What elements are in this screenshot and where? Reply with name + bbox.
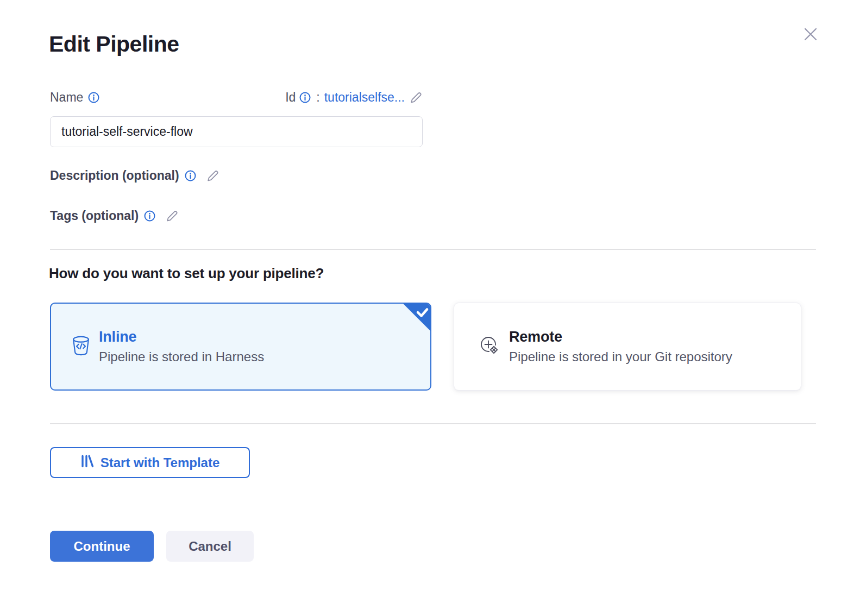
- page-title: Edit Pipeline: [49, 32, 179, 57]
- pipeline-name-input[interactable]: [50, 116, 423, 147]
- close-button[interactable]: [801, 25, 820, 45]
- storage-options: Inline Pipeline is stored in Harness: [50, 303, 801, 391]
- description-row: Description (optional): [50, 168, 219, 183]
- name-info-icon[interactable]: [88, 92, 99, 103]
- name-label: Name: [50, 90, 83, 105]
- remote-option-title: Remote: [509, 329, 732, 345]
- description-label: Description (optional): [50, 168, 179, 183]
- tags-row: Tags (optional): [50, 209, 179, 223]
- description-edit-pencil-icon[interactable]: [206, 169, 219, 183]
- divider: [50, 249, 816, 250]
- tags-info-icon[interactable]: [144, 210, 155, 222]
- tags-label: Tags (optional): [50, 209, 139, 223]
- inline-store-icon: [72, 336, 90, 358]
- continue-button[interactable]: Continue: [50, 531, 154, 562]
- tags-edit-pencil-icon[interactable]: [165, 209, 179, 223]
- divider: [50, 423, 816, 424]
- id-value-link[interactable]: tutorialselfse...: [324, 90, 405, 105]
- name-label-group: Name: [50, 90, 99, 105]
- setup-question: How do you want to set up your pipeline?: [49, 265, 324, 282]
- option-card-remote[interactable]: Remote Pipeline is stored in your Git re…: [454, 303, 801, 391]
- id-label: Id: [285, 90, 296, 105]
- name-id-row: Name Id : tutorialselfse...: [50, 90, 423, 105]
- template-library-icon: [80, 455, 94, 471]
- remote-option-subtitle: Pipeline is stored in your Git repositor…: [509, 349, 732, 364]
- cancel-button[interactable]: Cancel: [166, 531, 254, 562]
- option-card-inline[interactable]: Inline Pipeline is stored in Harness: [50, 303, 431, 391]
- id-info-icon[interactable]: [299, 92, 311, 103]
- id-group: Id : tutorialselfse...: [285, 90, 423, 105]
- id-edit-pencil-icon[interactable]: [409, 91, 423, 104]
- tags-label-group: Tags (optional): [50, 209, 155, 223]
- footer-actions: Continue Cancel: [50, 531, 254, 562]
- remote-git-icon: [479, 335, 500, 358]
- inline-option-subtitle: Pipeline is stored in Harness: [99, 349, 264, 364]
- start-with-template-button[interactable]: Start with Template: [50, 447, 250, 478]
- id-label-group: Id: [285, 90, 311, 105]
- start-with-template-label: Start with Template: [101, 455, 220, 470]
- description-label-group: Description (optional): [50, 168, 196, 183]
- selected-checkmark-icon: [401, 303, 431, 335]
- inline-option-title: Inline: [99, 329, 264, 345]
- id-colon: :: [316, 90, 319, 105]
- description-info-icon[interactable]: [185, 170, 196, 181]
- close-icon: [801, 25, 820, 45]
